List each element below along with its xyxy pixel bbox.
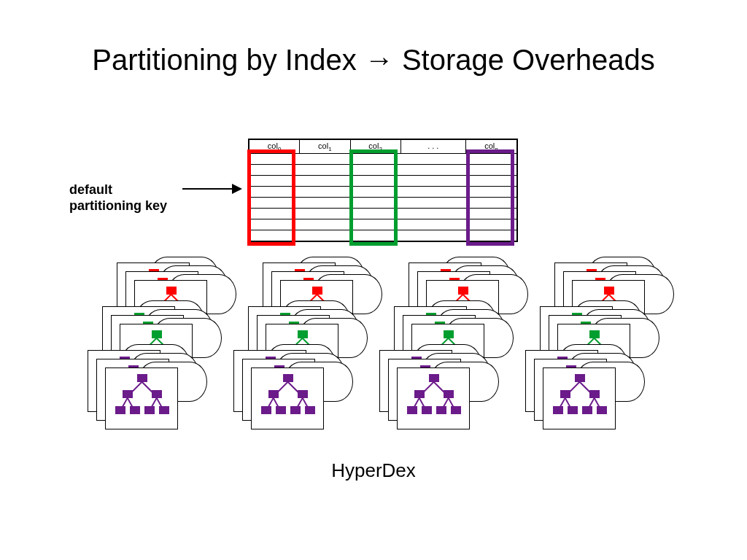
page-icon [397, 368, 470, 429]
slide-title: Partitioning by Index → Storage Overhead… [0, 44, 747, 77]
page-icon [251, 368, 324, 429]
system-caption: HyperDex [0, 459, 747, 482]
default-partition-label: default partitioning key [69, 182, 167, 214]
page-icon [543, 368, 616, 429]
node-group [379, 262, 525, 452]
btree-icon [551, 374, 609, 425]
btree-icon [259, 374, 317, 425]
node-group [525, 262, 671, 452]
highlight-col0-red [247, 149, 295, 246]
table-col-header: col1 [300, 140, 350, 153]
btree-icon [113, 374, 171, 425]
btree-icon [405, 374, 463, 425]
table-col-header: . . . [401, 140, 466, 153]
highlight-coln-purple [466, 149, 514, 246]
highlight-col2-green [349, 149, 398, 246]
node-group [233, 262, 379, 452]
arrow-pointer [182, 188, 241, 190]
storage-node-groups [88, 262, 671, 452]
node-group [88, 262, 233, 452]
title-right: Storage Overheads [402, 44, 655, 76]
page-icon [105, 368, 178, 429]
title-left: Partitioning by Index [92, 44, 356, 76]
arrow-right-icon: → [365, 44, 394, 76]
